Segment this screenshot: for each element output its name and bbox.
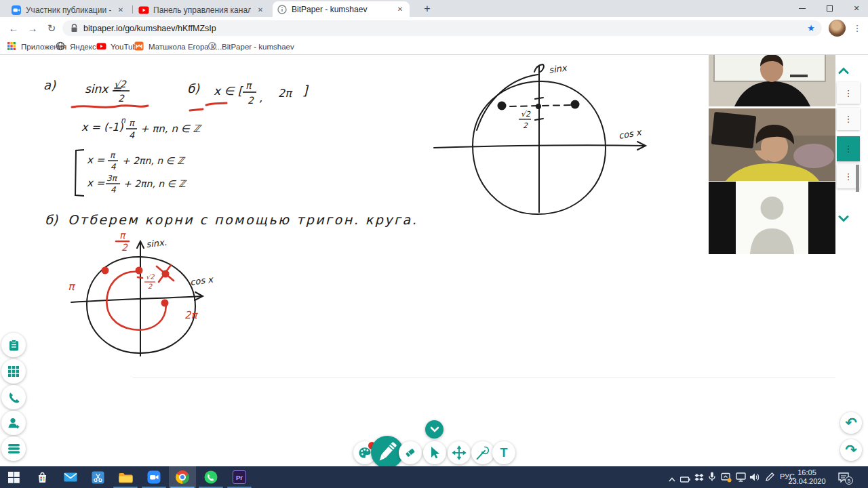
taskbar-mail-icon[interactable]: [57, 466, 84, 488]
eraser-icon: [402, 445, 418, 461]
page-info-favicon: [277, 4, 288, 15]
bookmarks-bar: Приложения Яндекс YouTube Матшкола Егора…: [0, 39, 868, 55]
menu-button[interactable]: [1, 436, 26, 461]
text-tool-button[interactable]: T: [492, 441, 515, 464]
video-thumbnail-avatar-placeholder[interactable]: [709, 182, 835, 254]
page-options-icon[interactable]: ⋮: [844, 171, 853, 182]
transform-tool-button[interactable]: [471, 441, 494, 464]
tray-update-icon[interactable]: [721, 472, 732, 485]
bookmark-label: BitPaper - kumshaev: [222, 43, 294, 51]
bookmark-yandex[interactable]: Яндекс: [56, 39, 96, 55]
window-maximize-button[interactable]: [816, 0, 843, 17]
window-close-button[interactable]: ✕: [843, 0, 868, 17]
back-icon[interactable]: ←: [5, 20, 22, 37]
profile-avatar[interactable]: [829, 20, 846, 37]
clock-time: 16:05: [787, 468, 827, 477]
tray-clock[interactable]: 16:05 23.04.2020: [787, 468, 827, 486]
bookmark-label: Яндекс: [70, 43, 96, 51]
video-thumbnail-student[interactable]: [709, 108, 835, 181]
clock-date: 23.04.2020: [787, 477, 827, 486]
notes-button[interactable]: [1, 333, 26, 357]
refresh-icon[interactable]: ↻: [43, 20, 60, 37]
tab-close-icon[interactable]: ✕: [115, 5, 126, 16]
screen: Участник публикации - Zoom ✕ Панель упра…: [0, 0, 868, 488]
select-tool-button[interactable]: [423, 441, 446, 464]
address-bar[interactable]: bitpaper.io/go/kumshaev/hKffMZsIp ★: [62, 20, 822, 36]
tray-show-hidden-icon[interactable]: [668, 473, 676, 485]
tab-title: Панель управления каналом -: [153, 5, 251, 15]
page-card-2[interactable]: ⋮: [837, 108, 860, 130]
tab-title: BitPaper - kumshaev: [292, 5, 391, 14]
tab-youtube-studio[interactable]: Панель управления каналом - ✕: [134, 3, 270, 17]
tray-microphone-icon[interactable]: [708, 472, 716, 485]
tab-close-icon[interactable]: ✕: [395, 4, 406, 15]
grid-button[interactable]: [1, 359, 26, 384]
taskbar-snip-icon[interactable]: [84, 466, 111, 488]
eraser-tool-button[interactable]: [399, 441, 422, 464]
bookmark-star-icon[interactable]: ★: [807, 23, 815, 33]
matshkola-icon: [134, 41, 145, 52]
notification-badge: 5: [845, 476, 853, 485]
windows-taskbar: Pr РУС 16:05: [0, 466, 868, 488]
action-center-icon[interactable]: 5: [838, 472, 850, 485]
magic-wand-icon: [474, 444, 492, 462]
new-tab-button[interactable]: +: [419, 2, 435, 16]
tray-volume-icon[interactable]: [749, 472, 760, 485]
page-info-icon: [208, 41, 218, 52]
move-icon: [450, 444, 468, 462]
page-boundary-line: [133, 378, 835, 378]
collapse-toolbar-button[interactable]: [425, 420, 443, 439]
add-person-icon: [7, 416, 20, 430]
clipboard-icon: [7, 339, 20, 352]
page-card-1[interactable]: ⋮: [837, 82, 860, 104]
tab-zoom[interactable]: Участник публикации - Zoom ✕: [7, 3, 130, 17]
phone-icon: [7, 391, 20, 404]
premiere-label: Pr: [233, 470, 246, 484]
grid-icon: [7, 365, 20, 378]
url-text: bitpaper.io/go/kumshaev/hKffMZsIp: [83, 24, 216, 33]
taskbar-zoom-icon[interactable]: [140, 466, 167, 488]
youtube-icon: [96, 41, 107, 52]
tab-bitpaper-active[interactable]: BitPaper - kumshaev ✕: [273, 1, 410, 17]
browser-menu-icon[interactable]: ⋮: [851, 20, 863, 37]
forward-icon[interactable]: →: [24, 20, 41, 37]
taskbar-explorer-icon[interactable]: [112, 466, 139, 488]
redo-icon[interactable]: ↷: [840, 439, 862, 461]
tray-pen-icon[interactable]: [765, 472, 775, 485]
start-button[interactable]: [0, 466, 27, 488]
chevron-down-icon: [430, 426, 439, 432]
tray-device-icon[interactable]: [680, 474, 690, 486]
youtube-favicon: [138, 5, 149, 16]
taskbar-whatsapp-icon[interactable]: [197, 466, 224, 488]
bookmark-bitpaper[interactable]: BitPaper - kumshaev: [208, 39, 294, 55]
tab-title: Участник публикации - Zoom: [26, 5, 111, 15]
page-options-icon[interactable]: ⋮: [844, 144, 853, 154]
globe-icon: [56, 41, 66, 52]
tray-network-icon[interactable]: [736, 472, 747, 485]
tab-separator: [132, 5, 133, 14]
taskbar-premiere-icon[interactable]: Pr: [226, 466, 253, 488]
call-button[interactable]: [1, 385, 26, 409]
pages-scroll-down-icon[interactable]: [838, 213, 849, 225]
move-tool-button[interactable]: [448, 441, 471, 464]
windows-logo-icon: [8, 472, 20, 483]
tray-dropbox-icon[interactable]: [694, 472, 704, 485]
browser-toolbar: ← → ↻ bitpaper.io/go/kumshaev/hKffMZsIp …: [0, 17, 868, 39]
zoom-favicon: [11, 5, 22, 16]
cursor-icon: [427, 445, 442, 460]
page-options-icon[interactable]: ⋮: [844, 88, 853, 98]
invite-button[interactable]: [1, 411, 26, 435]
pages-scroll-up-icon[interactable]: [838, 65, 849, 77]
taskbar-store-icon[interactable]: [28, 466, 56, 488]
page-card-3-active[interactable]: ⋮: [837, 136, 860, 161]
browser-tabstrip: Участник публикации - Zoom ✕ Панель упра…: [0, 0, 868, 17]
undo-icon[interactable]: ↶: [840, 412, 862, 434]
tab-close-icon[interactable]: ✕: [255, 5, 266, 16]
window-minimize-button[interactable]: [789, 0, 816, 17]
taskbar-chrome-icon[interactable]: [169, 466, 196, 488]
pages-scrollbar[interactable]: [856, 165, 859, 192]
lock-icon: [71, 24, 78, 33]
hamburger-icon: [7, 443, 20, 454]
apps-grid-icon: [7, 41, 18, 52]
page-options-icon[interactable]: ⋮: [844, 114, 853, 124]
